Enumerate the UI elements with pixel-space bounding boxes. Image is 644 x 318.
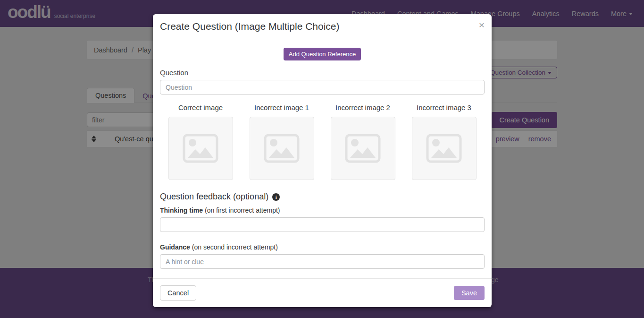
image-slot-label: Incorrect image 1 — [241, 103, 322, 112]
question-label: Question — [160, 69, 485, 77]
image-choices-row: Correct image Incorrect image 1 — [160, 103, 485, 180]
image-slot-incorrect-3: Incorrect image 3 — [403, 103, 485, 180]
guidance-input[interactable] — [160, 254, 485, 269]
modal-header: Create Question (Image Multiple Choice) … — [153, 14, 492, 39]
modal-title: Create Question (Image Multiple Choice) — [160, 21, 485, 32]
guidance-label-bold: Guidance — [160, 243, 190, 251]
thinking-time-label-bold: Thinking time — [160, 206, 203, 214]
feedback-heading-text: Question feedback (optional) — [160, 192, 268, 202]
image-upload-correct[interactable] — [168, 117, 233, 180]
add-question-reference-button[interactable]: Add Question Reference — [284, 48, 361, 60]
add-reference-wrap: Add Question Reference — [160, 48, 485, 60]
thinking-time-input[interactable] — [160, 217, 485, 232]
image-slot-label: Correct image — [160, 103, 241, 112]
image-placeholder-icon — [345, 134, 381, 163]
image-upload-incorrect-3[interactable] — [412, 117, 477, 180]
guidance-label-rest: (on second incorrect attempt) — [192, 243, 278, 251]
save-button[interactable]: Save — [454, 286, 485, 300]
image-upload-incorrect-2[interactable] — [331, 117, 395, 180]
image-upload-incorrect-1[interactable] — [250, 117, 314, 180]
guidance-label: Guidance(on second incorrect attempt) — [160, 243, 485, 251]
modal-body: Add Question Reference Question Correct … — [153, 39, 492, 278]
image-placeholder-icon — [426, 134, 462, 163]
image-placeholder-icon — [183, 134, 218, 163]
image-slot-incorrect-1: Incorrect image 1 — [241, 103, 322, 180]
close-icon[interactable]: × — [479, 20, 485, 30]
image-slot-correct: Correct image — [160, 103, 241, 180]
info-icon[interactable]: i — [272, 193, 280, 201]
image-placeholder-icon — [264, 134, 300, 163]
question-input[interactable] — [160, 80, 485, 95]
feedback-heading: Question feedback (optional) i — [160, 192, 485, 202]
image-slot-label: Incorrect image 2 — [322, 103, 403, 112]
image-slot-label: Incorrect image 3 — [403, 103, 485, 112]
modal-footer: Cancel Save — [153, 278, 492, 307]
image-slot-incorrect-2: Incorrect image 2 — [322, 103, 403, 180]
thinking-time-label-rest: (on first incorrect attempt) — [205, 206, 280, 214]
create-question-modal: Create Question (Image Multiple Choice) … — [153, 14, 492, 307]
thinking-time-label: Thinking time(on first incorrect attempt… — [160, 206, 485, 214]
cancel-button[interactable]: Cancel — [160, 285, 196, 301]
